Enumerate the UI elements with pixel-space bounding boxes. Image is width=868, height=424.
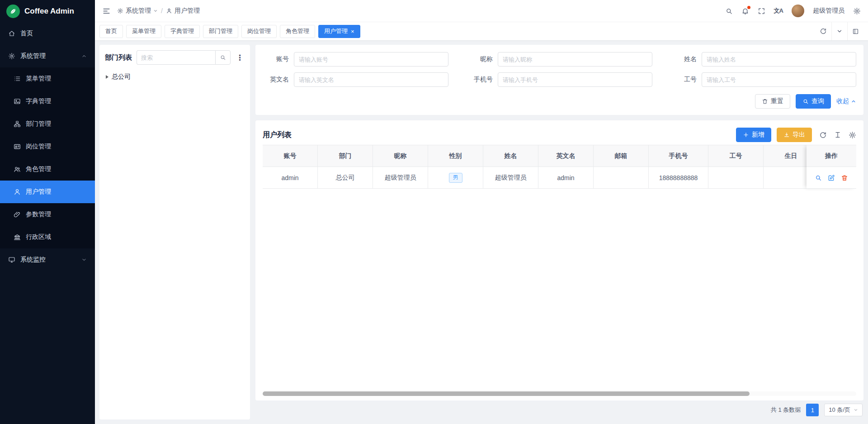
refresh-icon[interactable] [815,22,831,40]
settings-gear-icon[interactable] [853,7,861,15]
account-label: 账号 [263,55,289,63]
tab-dept-mgmt[interactable]: 部门管理 [203,25,238,38]
form-item-phone: 手机号 [467,72,652,87]
system-submenu: 菜单管理 字典管理 部门管理 岗位管理 角色管理 [0,67,95,248]
tab-role-mgmt[interactable]: 角色管理 [280,25,315,38]
tree-node-label: 总公司 [112,73,131,81]
department-search-input[interactable] [137,50,215,65]
breadcrumb-section[interactable]: 系统管理 [117,7,158,15]
gear-icon [117,8,123,14]
search-icon[interactable] [725,7,733,15]
sidebar-item-region-mgmt[interactable]: 行政区域 [0,226,95,248]
tab-menu-mgmt[interactable]: 菜单管理 [126,25,161,38]
th-gender: 性别 [428,145,483,167]
query-button[interactable]: 查询 [796,94,831,109]
breadcrumb-page: 用户管理 [166,7,200,15]
notification-bell-icon[interactable] [741,7,749,15]
chevron-up-icon [81,53,87,59]
nickname-field[interactable] [498,52,652,67]
sidebar-item-menu-mgmt[interactable]: 菜单管理 [0,67,95,90]
tab-label: 菜单管理 [132,27,156,35]
user-icon [166,8,172,14]
user-list-card: 用户列表 新增 导出 [255,120,863,400]
view-detail-icon[interactable] [815,174,822,181]
form-item-name: 姓名 [670,52,856,67]
username[interactable]: 超级管理员 [813,7,844,15]
avatar[interactable] [792,5,804,17]
cell-account: admin [263,167,318,189]
cell-gender: 男 [428,167,483,189]
phone-field[interactable] [498,72,652,87]
cell-email [594,167,649,189]
sidebar-item-role-mgmt[interactable]: 角色管理 [0,158,95,181]
name-field[interactable] [702,52,856,67]
page-size-select[interactable]: 10 条/页 [824,404,863,416]
id-card-icon [14,143,21,150]
pagination: 共 1 条数据 1 10 条/页 [255,400,863,419]
scrollbar-thumb[interactable] [263,391,750,396]
more-menu-icon[interactable]: ⋮ [235,53,245,62]
sidebar-item-user-mgmt[interactable]: 用户管理 [0,181,95,203]
edit-icon[interactable] [828,174,835,181]
caret-right-icon[interactable] [106,75,108,79]
english-name-field[interactable] [294,72,448,87]
close-icon[interactable]: × [351,29,354,34]
th-english-name: 英文名 [538,145,594,167]
sidebar-item-label: 系统管理 [20,52,46,60]
user-list-header: 用户列表 新增 导出 [263,125,856,145]
page-number-button[interactable]: 1 [806,404,819,416]
user-icon [14,188,21,195]
tab-home[interactable]: 首页 [99,25,123,38]
tab-dict-mgmt[interactable]: 字典管理 [165,25,200,38]
add-user-button[interactable]: 新增 [736,128,771,142]
breadcrumb-separator: / [161,7,163,14]
sidebar-item-dict-mgmt[interactable]: 字典管理 [0,90,95,113]
gear-icon [8,52,15,60]
delete-icon[interactable] [841,174,848,181]
coffee-logo-icon [6,5,20,18]
operations-column: 操作 [807,145,856,189]
sidebar-collapse-icon[interactable] [102,7,111,15]
reset-button[interactable]: 重置 [755,94,790,109]
sidebar-item-label: 菜单管理 [26,75,51,83]
topbar: 系统管理 / 用户管理 文A 超级管理员 [95,0,868,22]
sidebar-item-label: 用户管理 [26,188,51,196]
sidebar-item-label: 首页 [20,29,33,38]
column-setting-gear-icon[interactable] [849,131,856,139]
content: 部门列表 ⋮ 总公司 [95,40,868,424]
department-panel: 部门列表 ⋮ 总公司 [99,45,250,419]
sidebar-menu: 首页 系统管理 菜单管理 字典管理 部门管理 [0,22,95,424]
sidebar-item-monitor[interactable]: 系统监控 [0,248,95,271]
export-button[interactable]: 导出 [777,128,812,142]
tab-user-mgmt[interactable]: 用户管理 × [318,25,360,38]
tab-label: 岗位管理 [247,27,271,35]
th-job-number: 工号 [708,145,764,167]
sidebar-item-system[interactable]: 系统管理 [0,45,95,67]
th-department: 部门 [318,145,373,167]
fullscreen-icon[interactable] [758,7,765,15]
search-icon[interactable] [215,50,231,65]
sidebar-item-param-mgmt[interactable]: 参数管理 [0,203,95,226]
sidebar-item-label: 角色管理 [26,165,51,173]
translate-icon[interactable]: 文A [774,7,783,15]
app-root: Coffee Admin 首页 系统管理 菜单管理 字典管理 [0,0,868,424]
tab-post-mgmt[interactable]: 岗位管理 [241,25,277,38]
layout-setting-icon[interactable] [848,22,863,40]
sidebar-item-home[interactable]: 首页 [0,22,95,45]
plus-icon [743,132,749,138]
search-form: 账号 昵称 姓名 英文名 [263,52,856,87]
dictionary-icon [14,98,21,105]
user-list-title: 用户列表 [263,130,292,140]
chevron-down-icon [81,257,87,262]
chevron-down-icon[interactable] [832,22,847,40]
home-icon [8,30,15,37]
row-height-icon[interactable] [834,131,841,138]
tree-node-company[interactable]: 总公司 [105,71,245,83]
collapse-link[interactable]: 收起 [836,97,856,105]
cell-name: 超级管理员 [483,167,538,189]
refresh-icon[interactable] [819,131,827,139]
sidebar-item-dept-mgmt[interactable]: 部门管理 [0,113,95,135]
sidebar-item-post-mgmt[interactable]: 岗位管理 [0,135,95,158]
job-number-field[interactable] [702,72,856,87]
account-field[interactable] [294,52,448,67]
